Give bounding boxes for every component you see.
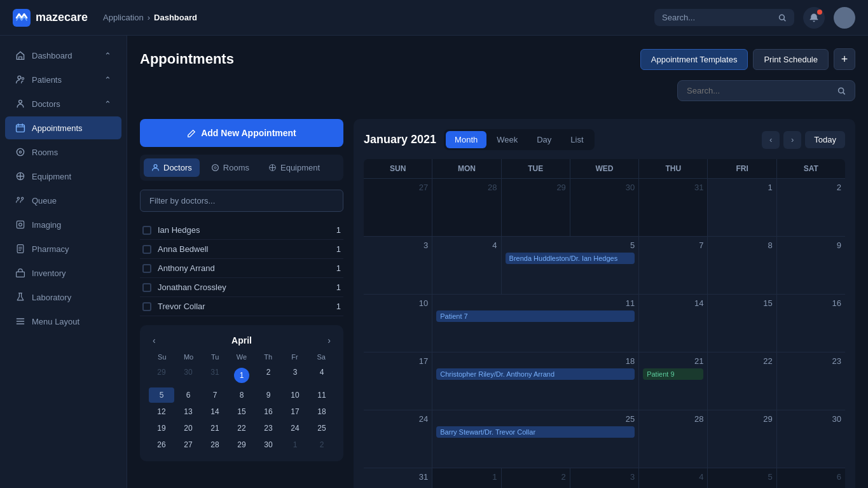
mini-cal-cell[interactable]: 30 xyxy=(176,365,201,386)
cal-event[interactable]: Christopher Riley/Dr. Anthony Arrand xyxy=(436,368,635,380)
mini-cal-cell[interactable]: 1 xyxy=(229,365,254,386)
sidebar-item-equipment[interactable]: Equipment xyxy=(5,165,121,188)
mini-cal-cell[interactable]: 28 xyxy=(202,437,228,452)
cal-cell[interactable]: 2 xyxy=(777,179,845,236)
mini-cal-cell[interactable]: 15 xyxy=(229,404,254,419)
cal-event[interactable]: Patient 9 xyxy=(643,368,703,380)
cal-cell[interactable]: 3 xyxy=(364,237,432,294)
cal-cell[interactable]: 3 xyxy=(570,468,638,488)
cal-cell[interactable]: 8 xyxy=(708,237,776,294)
sidebar-item-appointments[interactable]: Appointments xyxy=(5,116,121,139)
mini-cal-cell[interactable]: 14 xyxy=(202,404,228,419)
mini-cal-cell[interactable]: 10 xyxy=(282,387,308,403)
cal-cell[interactable]: 28 xyxy=(432,179,500,236)
checkbox[interactable] xyxy=(142,245,151,254)
main-search-input[interactable] xyxy=(687,86,832,95)
tab-rooms[interactable]: Rooms xyxy=(203,158,257,177)
cal-cell[interactable]: 30 xyxy=(570,179,638,236)
mini-cal-cell[interactable]: 12 xyxy=(149,404,174,419)
cal-view-list[interactable]: List xyxy=(561,131,592,148)
tab-equipment[interactable]: Equipment xyxy=(261,158,327,177)
sidebar-item-doctors[interactable]: Doctors ⌃ xyxy=(5,92,121,115)
cal-cell[interactable]: 22 xyxy=(708,352,776,410)
cal-cell[interactable]: 11 Patient 7 xyxy=(432,295,638,352)
cal-cell[interactable]: 9 xyxy=(777,237,845,294)
cal-cell[interactable]: 5 xyxy=(708,468,776,488)
mini-cal-cell[interactable]: 22 xyxy=(229,421,254,436)
logo[interactable]: mazecare xyxy=(13,9,88,27)
cal-cell[interactable]: 16 xyxy=(777,295,845,352)
cal-cell[interactable]: 21 Patient 9 xyxy=(639,352,707,410)
mini-cal-cell[interactable]: 20 xyxy=(176,421,201,436)
notification-btn[interactable] xyxy=(803,7,825,29)
mini-cal-cell[interactable]: 24 xyxy=(282,421,308,436)
cal-cell[interactable]: 4 xyxy=(432,237,500,294)
mini-cal-cell[interactable]: 8 xyxy=(229,387,254,403)
mini-cal-cell[interactable]: 2 xyxy=(256,365,281,386)
cal-cell[interactable]: 10 xyxy=(364,295,432,352)
cal-cell[interactable]: 1 xyxy=(708,179,776,236)
sidebar-item-queue[interactable]: Queue xyxy=(5,189,121,212)
topnav-search-input[interactable] xyxy=(662,13,773,22)
cal-view-week[interactable]: Week xyxy=(488,131,527,148)
mini-cal-cell[interactable]: 26 xyxy=(149,437,174,452)
mini-cal-cell[interactable]: 6 xyxy=(176,387,201,403)
cal-cell[interactable]: 30 xyxy=(777,410,845,468)
add-btn[interactable]: + xyxy=(834,48,855,70)
mini-cal-cell[interactable]: 23 xyxy=(256,421,281,436)
mini-cal-cell[interactable]: 27 xyxy=(176,437,201,452)
mini-cal-cell[interactable]: 4 xyxy=(309,365,334,386)
cal-cell[interactable]: 25 Barry Stewart/Dr. Trevor Collar xyxy=(432,410,638,468)
mini-cal-cell[interactable]: 7 xyxy=(202,387,228,403)
appointment-templates-btn[interactable]: Appointment Templates xyxy=(640,49,748,70)
mini-cal-cell[interactable]: 17 xyxy=(282,404,308,419)
print-schedule-btn[interactable]: Print Schedule xyxy=(753,49,829,70)
mini-cal-cell[interactable]: 9 xyxy=(256,387,281,403)
sidebar-item-patients[interactable]: Patients ⌃ xyxy=(5,68,121,91)
cal-cell[interactable]: 29 xyxy=(708,410,776,468)
mini-cal-prev[interactable]: ‹ xyxy=(149,334,160,347)
cal-cell[interactable]: 7 xyxy=(639,237,707,294)
mini-cal-cell[interactable]: 5 xyxy=(149,387,174,403)
cal-cell[interactable]: 6 xyxy=(777,468,845,488)
sidebar-item-inventory[interactable]: Inventory xyxy=(5,261,121,284)
cal-cell[interactable]: 31 xyxy=(639,179,707,236)
mini-cal-cell[interactable]: 13 xyxy=(176,404,201,419)
cal-event[interactable]: Brenda Huddleston/Dr. Ian Hedges xyxy=(506,253,635,264)
mini-cal-cell[interactable]: 29 xyxy=(229,437,254,452)
cal-cell[interactable]: 4 xyxy=(639,468,707,488)
sidebar-item-rooms[interactable]: Rooms xyxy=(5,141,121,164)
cal-cell[interactable]: 27 xyxy=(364,179,432,236)
cal-cell[interactable]: 14 xyxy=(639,295,707,352)
topnav-search[interactable] xyxy=(654,9,794,26)
cal-cell[interactable]: 1 xyxy=(432,468,500,488)
checkbox[interactable] xyxy=(142,226,151,235)
sidebar-item-dashboard[interactable]: Dashboard ⌃ xyxy=(5,44,121,67)
cal-cell[interactable]: 5 Brenda Huddleston/Dr. Ian Hedges xyxy=(502,237,639,294)
cal-event[interactable]: Patient 7 xyxy=(436,310,635,322)
cal-cell[interactable]: 29 xyxy=(502,179,570,236)
cal-cell[interactable]: 15 xyxy=(708,295,776,352)
cal-cell[interactable]: 18 Christopher Riley/Dr. Anthony Arrand xyxy=(432,352,638,410)
mini-cal-cell[interactable]: 11 xyxy=(309,387,334,403)
doctor-filter-input[interactable] xyxy=(140,190,343,212)
cal-today-btn[interactable]: Today xyxy=(805,131,845,148)
mini-cal-cell[interactable]: 1 xyxy=(282,437,308,452)
checkbox[interactable] xyxy=(142,264,151,273)
mini-cal-cell[interactable]: 18 xyxy=(309,404,334,419)
cal-cell[interactable]: 31 xyxy=(364,468,432,488)
checkbox[interactable] xyxy=(142,283,151,292)
cal-cell[interactable]: 17 xyxy=(364,352,432,410)
mini-cal-cell[interactable]: 16 xyxy=(256,404,281,419)
sidebar-item-imaging[interactable]: Imaging xyxy=(5,213,121,236)
add-appointment-btn[interactable]: Add New Appointment xyxy=(140,119,343,147)
mini-cal-cell[interactable]: 3 xyxy=(282,365,308,386)
sidebar-item-laboratory[interactable]: Laboratory xyxy=(5,286,121,309)
mini-cal-cell[interactable]: 19 xyxy=(149,421,174,436)
main-search-bar[interactable] xyxy=(677,80,855,101)
mini-cal-cell[interactable]: 2 xyxy=(309,437,334,452)
tab-doctors[interactable]: Doctors xyxy=(144,158,200,177)
mini-cal-next[interactable]: › xyxy=(324,334,334,347)
cal-view-day[interactable]: Day xyxy=(528,131,560,148)
avatar[interactable] xyxy=(834,7,855,29)
